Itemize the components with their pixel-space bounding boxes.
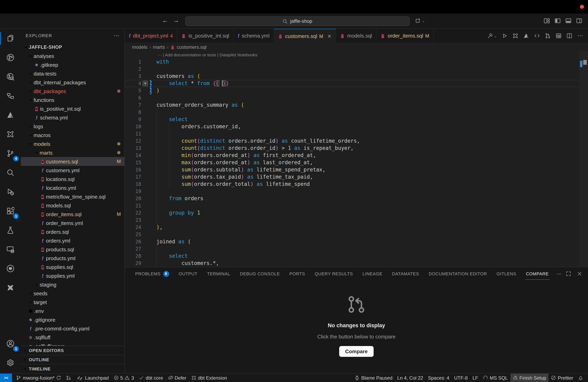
codelens-actions[interactable]: ··· | Add documentation or tests | Datap… <box>125 51 588 58</box>
activity-item-lineage[interactable] <box>0 48 21 67</box>
close-panel-icon[interactable] <box>577 271 582 277</box>
tree-item-analyses[interactable]: analyses <box>21 52 125 60</box>
activity-item-dbt-power-user-alt[interactable] <box>0 278 21 297</box>
dbt-action[interactable] <box>523 33 529 39</box>
tree-item-jaffle-shop[interactable]: JAFFLE-SHOP <box>21 43 125 52</box>
activity-item-testing[interactable] <box>0 221 21 240</box>
code-line-6[interactable]: 6 <box>125 94 588 101</box>
status-item-git-graph-status[interactable] <box>64 374 74 382</box>
compile-sql-button[interactable] <box>534 33 540 39</box>
tree-item-macros[interactable]: macros <box>21 131 125 139</box>
code-line-15[interactable]: 15 max(orders.ordered_at) as last_ordere… <box>125 159 588 166</box>
code-line-5[interactable]: 5) <box>125 87 588 94</box>
editor-tab-is_positive_int.sql[interactable]: is_positive_int.sql <box>177 29 234 43</box>
toggle-layout-icon[interactable] <box>544 18 550 24</box>
tree-item-metricflow_time_spine.sql[interactable]: metricflow_time_spine.sql <box>21 192 125 201</box>
status-item-defer-status[interactable]: Defer <box>165 374 189 382</box>
panel-tab-lineage[interactable]: LINEAGE <box>358 267 387 280</box>
status-item-finish-setup[interactable]: Finish Setup <box>510 374 548 382</box>
activity-item-dbt-power-user[interactable] <box>0 125 21 144</box>
close-icon[interactable] <box>327 34 332 38</box>
panel-tab-problems[interactable]: PROBLEMS8 <box>130 267 174 280</box>
status-item-dbt-extension-status[interactable]: dbt Extension <box>189 374 230 382</box>
code-line-12[interactable]: 12 count(distinct orders.order_id) as co… <box>125 137 588 145</box>
code-line-24[interactable]: 24), <box>125 224 588 231</box>
tree-item-models.sql[interactable]: models.sql <box>21 201 125 210</box>
run-button[interactable] <box>502 33 508 39</box>
panel-tab-query-results[interactable]: QUERY RESULTS <box>310 267 357 280</box>
status-item-prettier-status[interactable]: Prettier <box>549 374 576 382</box>
editor-tab-dbt_project.yml[interactable]: !dbt_project.yml4 <box>125 29 177 43</box>
tree-item-locations.yml[interactable]: !locations.yml <box>21 183 125 192</box>
status-item-notifications[interactable] <box>576 374 586 382</box>
status-item-dbt-core-status[interactable]: dbt core <box>136 374 165 382</box>
sidebar-section-outline[interactable]: OUTLINE <box>21 355 125 364</box>
tree-item-.pre-commit-config.yaml[interactable]: !.pre-commit-config.yaml <box>21 324 125 333</box>
activity-item-github[interactable] <box>0 259 21 278</box>
status-item-eol[interactable]: LF <box>470 374 480 382</box>
tree-item-.sqlfluff[interactable]: ≡.sqlfluff <box>21 333 125 342</box>
tree-item-customers.yml[interactable]: !customers.yml <box>21 166 125 175</box>
history-back-button[interactable]: ← <box>162 17 168 24</box>
activity-item-query-panel[interactable] <box>0 67 21 86</box>
status-item-cursor-position[interactable]: Ln 4, Col 22 <box>395 374 425 382</box>
code-line-11[interactable]: 11 <box>125 130 588 137</box>
code-line-18[interactable]: 18 sum(orders.order_total) as lifetime_s… <box>125 181 588 188</box>
tree-item-products.sql[interactable]: products.sql <box>21 245 125 254</box>
code-line-10[interactable]: 10 orders.customer_id, <box>125 123 588 130</box>
breadcrumb-item[interactable]: marts <box>153 44 165 50</box>
status-item-language-mode[interactable]: MS SQL <box>481 374 510 382</box>
split-editor-button[interactable] <box>567 33 572 39</box>
tree-item-functions[interactable]: functions <box>21 96 125 104</box>
breadcrumb[interactable]: models›marts›customers.sql <box>125 43 588 51</box>
activity-item-explorer[interactable] <box>0 29 21 48</box>
tree-item-models[interactable]: models <box>21 139 125 148</box>
tree-item-dbt_packages[interactable]: dbt_packages <box>21 87 125 96</box>
code-line-23[interactable]: 23 <box>125 217 588 224</box>
panel-tab-gitlens[interactable]: GITLENS <box>492 267 521 280</box>
activity-item-extensions[interactable]: 1 <box>0 201 21 221</box>
code-line-27[interactable]: 27 <box>125 245 588 252</box>
tree-item-seeds[interactable]: seeds <box>21 289 125 298</box>
status-item-problems-status[interactable]: 53 <box>111 374 137 382</box>
activity-item-run-debug[interactable] <box>0 182 21 201</box>
command-center-search[interactable]: jaffle-shop <box>185 16 410 26</box>
code-line-22[interactable]: 22 group by 1 <box>125 209 588 217</box>
status-item-indentation[interactable]: Spaces: 4 <box>426 374 452 382</box>
compare-button[interactable]: Compare <box>339 346 374 357</box>
overview-ruler[interactable] <box>579 51 588 267</box>
activity-item-dbt[interactable] <box>0 105 21 125</box>
tree-item-dbt_internal_packages[interactable]: dbt_internal_packages <box>21 78 125 87</box>
tree-item-.gitignore[interactable]: .gitignore <box>21 315 125 324</box>
panel-tab-compare[interactable]: COMPARE <box>521 267 553 280</box>
activity-item-flow[interactable] <box>0 86 21 105</box>
more-actions-button[interactable] <box>577 33 583 39</box>
code-line-7[interactable]: 7customer_orders_summary as ( <box>125 101 588 109</box>
code-line-14[interactable]: 14 min(orders.ordered_at) as first_order… <box>125 152 588 159</box>
code-line-29[interactable]: 29 customers.*, <box>125 260 588 267</box>
status-item-encoding[interactable]: UTF-8 <box>452 374 470 382</box>
editor-tab-customers.sql[interactable]: customers.sqlM <box>274 29 336 43</box>
tree-item-.env[interactable]: .env <box>21 306 125 315</box>
code-line-19[interactable]: 19 <box>125 188 588 195</box>
editor-tab-schema.yml[interactable]: !schema.yml <box>234 29 274 43</box>
add-test-gutter-button[interactable]: + <box>142 81 148 86</box>
tree-item-marts[interactable]: marts <box>21 148 125 157</box>
tree-item-is_positive_int.sql[interactable]: is_positive_int.sql <box>21 104 125 113</box>
code-line-8[interactable]: 8 <box>125 109 588 116</box>
code-line-2[interactable]: 2 <box>125 66 588 73</box>
tree-item-supplies.yml[interactable]: !supplies.yml <box>21 271 125 280</box>
tree-item-products.yml[interactable]: !products.yml <box>21 254 125 263</box>
git-compare-button[interactable] <box>545 33 551 39</box>
breadcrumb-file[interactable]: customers.sql <box>177 44 206 50</box>
history-forward-button[interactable]: → <box>173 17 179 24</box>
toggle-panel-left-icon[interactable] <box>554 18 561 24</box>
code-line-21[interactable]: 21 <box>125 202 588 209</box>
status-item-blame-status[interactable]: Blame Paused <box>352 374 395 382</box>
tree-item-orders.yml[interactable]: !orders.yml <box>21 236 125 245</box>
tree-item-schema.yml[interactable]: !schema.yml <box>21 113 125 122</box>
tree-item-staging[interactable]: staging <box>21 280 125 289</box>
code-line-20[interactable]: 20 from orders <box>125 195 588 202</box>
tree-item-data-tests[interactable]: data-tests <box>21 69 125 78</box>
tree-item-order_items.sql[interactable]: order_items.sqlM <box>21 210 125 219</box>
